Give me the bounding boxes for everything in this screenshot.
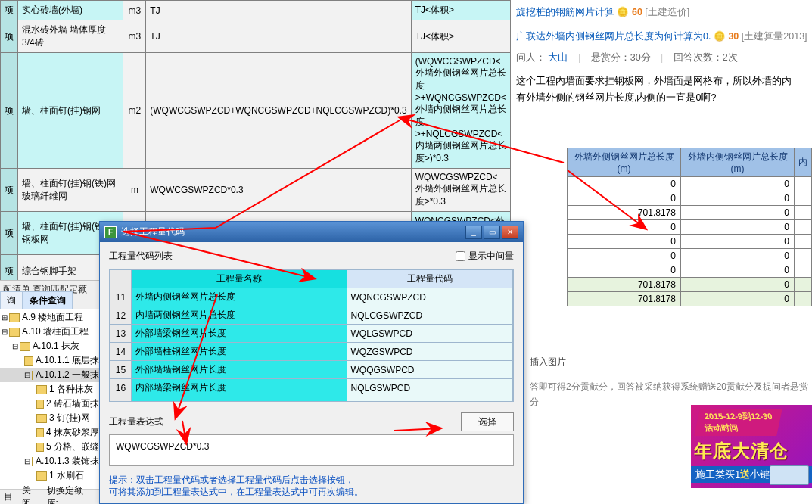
dialog-titlebar[interactable]: F 选择工程量代码 _ ▭ ✕ bbox=[100, 222, 523, 242]
result-total-row: 701.81780 bbox=[568, 292, 812, 306]
promo-banner[interactable]: 2015-12-9到12-30活动时间 年底大清仓 施工类买1送小键盘 bbox=[691, 405, 812, 488]
insert-picture-label[interactable]: 插入图片 bbox=[530, 356, 812, 369]
status-close[interactable]: 关闭 bbox=[22, 484, 38, 505]
show-mid-checkbox[interactable]: 显示中间量 bbox=[456, 250, 514, 263]
code-table-scroll[interactable]: 工程量名称 工程量代码 11外墙内侧钢丝网片总长度WQNCGSWPZCD12内墙… bbox=[109, 269, 514, 402]
folder-icon bbox=[36, 414, 47, 423]
close-icon[interactable]: ✕ bbox=[502, 226, 518, 239]
row-unit: m2 bbox=[123, 53, 146, 169]
row-code[interactable]: TJ bbox=[146, 1, 411, 20]
code-row[interactable]: 15外部墙墙钢丝网片长度WQQGSWPCD bbox=[110, 361, 513, 379]
asker-link[interactable]: 大山 bbox=[548, 52, 568, 63]
code-value: NQLCGSWPZCD bbox=[347, 306, 513, 325]
tree-label: 1 各种抹灰 bbox=[49, 383, 93, 396]
code-row[interactable]: 11外墙内侧钢丝网片总长度WQNCGSWPZCD bbox=[110, 288, 513, 306]
folder-icon bbox=[9, 328, 20, 337]
folder-icon bbox=[36, 443, 44, 452]
tree-label: A.10.1.1 底层抹 bbox=[36, 354, 99, 367]
tree-item[interactable]: A.10.1 抹灰 bbox=[0, 339, 101, 353]
row-name: 实心砖墙(外墙) bbox=[18, 1, 123, 20]
tree-label: A.10 墙柱面工程 bbox=[22, 325, 89, 338]
row-unit: m bbox=[123, 169, 146, 212]
row-desc: TJ<体积> bbox=[411, 1, 510, 20]
select-button[interactable]: 选择 bbox=[461, 412, 514, 431]
tree-tabs: 询 条件查询 bbox=[0, 291, 101, 310]
tree-item[interactable]: A.10 墙柱面工程 bbox=[0, 325, 101, 339]
code-row[interactable]: 12内墙两侧钢丝网片总长度NQLCGSWPZCD bbox=[110, 306, 513, 325]
row-desc: TJ<体积> bbox=[411, 20, 510, 53]
col-quantity-code[interactable]: 工程量代码 bbox=[347, 270, 513, 288]
code-row[interactable]: 17内部墙柱钢丝网片长度NQZGSWPCD bbox=[110, 397, 513, 403]
row-code[interactable]: WQWCGSWPZCD*0.3 bbox=[146, 169, 411, 212]
result-row: 701.81780 bbox=[568, 206, 812, 220]
row-code[interactable]: (WQWCGSWPZCD+WQNCGSWPZCD+NQLCGSWPZCD)*0.… bbox=[146, 53, 411, 169]
row-marker: 项 bbox=[1, 20, 18, 53]
code-name: 外墙内侧钢丝网片总长度 bbox=[132, 288, 347, 306]
result-col-1: 外墙外侧钢丝网片总长度(m) bbox=[568, 148, 681, 177]
folder-icon bbox=[9, 313, 20, 322]
tree-item[interactable]: A.10.1.2 一般抹 bbox=[0, 368, 101, 382]
tree-label: A.10.1 抹灰 bbox=[33, 340, 79, 353]
row-name: 墙、柱面钉(挂)钢(铁)网 玻璃纤维网 bbox=[18, 169, 123, 212]
status-bar: 目 关闭 切换定额库: bbox=[0, 489, 101, 504]
tree-item[interactable]: 2 砖石墙面抹 bbox=[0, 397, 101, 411]
tree-item[interactable]: A.9 楼地面工程 bbox=[0, 310, 101, 325]
maximize-icon[interactable]: ▭ bbox=[484, 226, 500, 239]
tree-item[interactable]: 1 各种抹灰 bbox=[0, 382, 101, 397]
status-item[interactable]: 目 bbox=[4, 490, 13, 503]
code-value: WQNCGSWPZCD bbox=[347, 288, 513, 306]
row-desc: WQWCGSWPZCD<外墙外侧钢丝网片总长度>*0.3 bbox=[411, 169, 510, 212]
code-row[interactable]: 14外部墙柱钢丝网片长度WQZGSWPCD bbox=[110, 343, 513, 361]
folder-icon bbox=[36, 471, 47, 481]
tree-label: 5 分格、嵌缝 bbox=[46, 440, 99, 453]
dialog-hint: 提示：双击工程量代码或者选择工程量代码后点击选择按钮， 可将其添加到工程量表达式… bbox=[109, 474, 514, 498]
tree-item[interactable]: 1 水刷石 bbox=[0, 468, 101, 483]
code-name: 内墙两侧钢丝网片总长度 bbox=[132, 306, 347, 325]
table-row[interactable]: 项混水砖外墙 墙体厚度 3/4砖m3TJTJ<体积> bbox=[1, 20, 511, 53]
code-list-label: 工程量代码列表 bbox=[109, 250, 173, 263]
row-unit: m3 bbox=[123, 20, 146, 53]
tab-condition-query[interactable]: 条件查询 bbox=[23, 291, 73, 310]
code-row[interactable]: 16内部墙梁钢丝网片长度NQLGSWPCD bbox=[110, 379, 513, 397]
related-link-1[interactable]: 旋挖桩的钢筋网片计算 🪙 60 [土建造价] bbox=[516, 5, 810, 20]
tree-item[interactable]: A.10.1.1 底层抹 bbox=[0, 353, 101, 368]
related-link-2[interactable]: 广联达外墙内侧钢丝网片总长度为何计算为0. 🪙 30 [土建算量2013] bbox=[516, 29, 810, 44]
tree-item[interactable]: 5 分格、嵌缝 bbox=[0, 440, 101, 454]
code-row[interactable]: 13外部墙梁钢丝网片长度WQLGSWPCD bbox=[110, 325, 513, 343]
keyboard-icon bbox=[770, 465, 809, 485]
result-row: 00 bbox=[568, 220, 812, 235]
tree-item[interactable]: A.10.1.3 装饰抹 bbox=[0, 454, 101, 468]
tree-label: 4 抹灰砂浆厚 bbox=[46, 426, 99, 439]
minimize-icon[interactable]: _ bbox=[465, 226, 482, 239]
table-row[interactable]: 项实心砖墙(外墙)m3TJTJ<体积> bbox=[1, 1, 511, 20]
select-quantity-code-dialog: F 选择工程量代码 _ ▭ ✕ 工程量代码列表 显示中间量 工程量名称 工程量代… bbox=[99, 221, 524, 504]
result-row: 00 bbox=[568, 235, 812, 249]
tree-item[interactable]: 4 抹灰砂浆厚 bbox=[0, 425, 101, 440]
tree-item[interactable]: 3 钉(挂)网 bbox=[0, 411, 101, 425]
folder-icon bbox=[24, 356, 33, 366]
code-value: WQQGSWPCD bbox=[347, 361, 513, 379]
col-rownum bbox=[110, 270, 132, 288]
status-switch-lib[interactable]: 切换定额库: bbox=[47, 484, 88, 505]
insert-picture-section: 插入图片 答即可得2分贡献分，回答被采纳获得系统赠送20贡献分及提问者悬赏分 bbox=[530, 356, 812, 409]
dialog-title: 选择工程量代码 bbox=[121, 226, 185, 238]
row-name: 墙、柱面钉(挂)钢网 bbox=[18, 53, 123, 169]
row-unit: m3 bbox=[123, 1, 146, 20]
row-code[interactable]: TJ bbox=[146, 20, 411, 53]
show-mid-input[interactable] bbox=[456, 251, 465, 261]
right-content: 旋挖桩的钢筋网片计算 🪙 60 [土建造价] 广联达外墙内侧钢丝网片总长度为何计… bbox=[515, 0, 812, 110]
expression-input[interactable]: WQWCGSWPZCD*0.3 bbox=[109, 434, 514, 466]
tree-panel: A.9 楼地面工程A.10 墙柱面工程A.10.1 抹灰A.10.1.1 底层抹… bbox=[0, 309, 101, 484]
row-marker: 项 bbox=[1, 53, 18, 169]
tree-label: 2 砖石墙面抹 bbox=[46, 397, 99, 410]
expression-label: 工程量表达式 bbox=[109, 415, 163, 428]
row-marker: 项 bbox=[1, 212, 18, 255]
row-marker: 项 bbox=[1, 169, 18, 212]
folder-icon bbox=[36, 400, 44, 409]
code-name: 内部墙柱钢丝网片长度 bbox=[132, 397, 347, 403]
code-name: 外部墙梁钢丝网片长度 bbox=[132, 325, 347, 343]
table-row[interactable]: 项墙、柱面钉(挂)钢(铁)网 玻璃纤维网mWQWCGSWPZCD*0.3WQWC… bbox=[1, 169, 511, 212]
col-quantity-name[interactable]: 工程量名称 bbox=[132, 270, 347, 288]
tab-query[interactable]: 询 bbox=[0, 291, 23, 310]
table-row[interactable]: 项墙、柱面钉(挂)钢网m2(WQWCGSWPZCD+WQNCGSWPZCD+NQ… bbox=[1, 53, 511, 169]
